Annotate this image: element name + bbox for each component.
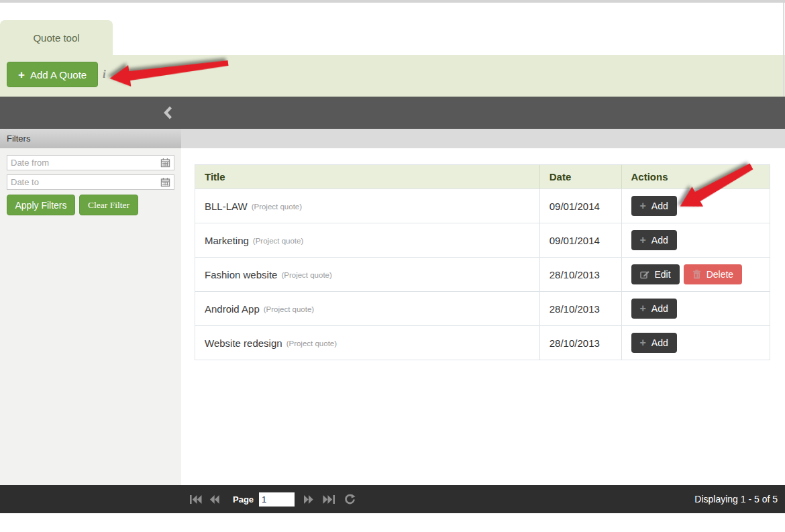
quote-date-cell: 28/10/2013 [540,292,622,325]
quote-title: Website redesign [205,337,282,349]
page-number-input[interactable] [259,492,295,507]
edit-button[interactable]: Edit [631,264,680,284]
column-header-date[interactable]: Date [540,165,622,189]
add-button-label: Add [651,235,668,246]
quote-title: Marketing [205,235,249,246]
refresh-button[interactable] [344,494,356,505]
table-row[interactable]: BLL-LAW (Project quote) 09/01/2014 + Add [195,189,770,223]
info-icon[interactable]: i [103,68,106,81]
date-to-input[interactable] [7,175,160,189]
tab-label: Quote tool [33,32,79,44]
quote-date: 28/10/2013 [550,337,600,349]
delete-button-label: Delete [706,269,733,280]
add-button-label: Add [651,303,668,314]
quote-title: Android App [205,303,260,315]
delete-button[interactable]: Delete [684,264,742,284]
tab-quote-tool[interactable]: Quote tool [0,20,113,55]
quote-date-cell: 28/10/2013 [540,258,622,291]
quote-title-cell: Marketing (Project quote) [195,223,540,257]
quote-type: (Project quote) [264,304,314,313]
app-window: Quote tool + Add A Quote i Filters [0,0,785,532]
first-page-icon [190,494,202,504]
page-label: Page [233,494,254,504]
quote-title-cell: BLL-LAW (Project quote) [195,189,540,223]
quote-date-cell: 09/01/2014 [540,189,622,223]
quote-actions-cell: Edit Delete [622,258,770,291]
add-button[interactable]: + Add [631,333,677,353]
last-page-icon [323,494,335,504]
quote-actions-cell: + Add [622,223,770,257]
panel-header-bar [0,97,785,129]
quote-date: 28/10/2013 [550,303,600,315]
next-page-icon [303,494,314,504]
calendar-icon[interactable] [160,158,170,168]
clear-filter-button[interactable]: Clear Filter [79,195,138,215]
quote-title: Fashion website [205,269,277,280]
quote-type: (Project quote) [286,338,337,348]
quote-type: (Project quote) [281,270,331,279]
next-page-button[interactable] [303,494,315,504]
add-button[interactable]: + Add [631,299,677,319]
quote-date-cell: 09/01/2014 [540,223,622,257]
add-a-quote-button[interactable]: + Add A Quote [7,62,98,87]
quote-date: 28/10/2013 [550,269,600,280]
pager-controls: Page [190,492,356,507]
last-page-button[interactable] [323,494,335,504]
quote-date: 09/01/2014 [550,235,600,246]
table-row[interactable]: Fashion website (Project quote) 28/10/20… [195,258,770,292]
toolbar: + Add A Quote i [0,55,785,97]
sidebar-collapse-button[interactable] [160,105,176,121]
quote-date-cell: 28/10/2013 [540,326,622,360]
add-a-quote-label: Add A Quote [30,69,87,81]
paging-status: Displaying 1 - 5 of 5 [694,494,778,504]
quote-type: (Project quote) [252,201,302,211]
add-button-label: Add [651,201,668,211]
quote-title-cell: Fashion website (Project quote) [195,258,540,291]
plus-icon: + [640,303,646,314]
calendar-icon[interactable] [160,177,170,187]
prev-page-button[interactable] [209,494,221,504]
filters-title: Filters [7,134,30,144]
column-header-title[interactable]: Title [195,165,540,189]
date-to-field [7,174,174,190]
top-border-strip [0,0,785,3]
column-header-actions[interactable]: Actions [622,165,770,189]
chevron-left-icon [163,105,173,120]
plus-icon: + [640,235,646,246]
first-page-button[interactable] [190,494,202,504]
content-header-strip [181,129,785,148]
table-row[interactable]: Website redesign (Project quote) 28/10/2… [195,326,770,360]
refresh-icon [344,494,356,505]
edit-button-label: Edit [655,269,671,280]
plus-icon: + [640,201,646,211]
add-button[interactable]: + Add [631,196,677,216]
add-button-label: Add [651,337,668,348]
table-row[interactable]: Android App (Project quote) 28/10/2013 +… [195,292,770,326]
plus-icon: + [18,69,25,81]
quote-actions-cell: + Add [622,326,770,360]
quotes-table: Title Date Actions BLL-LAW (Project quot… [195,164,770,360]
plus-icon: + [640,337,646,348]
quote-actions-cell: + Add [622,189,770,223]
filters-header: Filters [0,129,181,148]
pencil-icon [640,270,649,279]
date-from-input[interactable] [7,156,160,170]
content-area: Title Date Actions BLL-LAW (Project quot… [181,148,785,485]
table-row[interactable]: Marketing (Project quote) 09/01/2014 + A… [195,223,770,258]
date-from-field [7,155,174,170]
quote-type: (Project quote) [253,235,303,245]
filters-sidebar: Apply Filters Clear Filter [0,148,181,485]
quote-title-cell: Website redesign (Project quote) [195,326,540,360]
trash-icon [692,270,701,279]
apply-filters-button[interactable]: Apply Filters [7,195,75,215]
quote-actions-cell: + Add [622,292,770,325]
prev-page-icon [209,494,220,504]
table-header-row: Title Date Actions [195,165,770,189]
quote-date: 09/01/2014 [550,201,600,212]
quote-title: BLL-LAW [205,201,248,212]
paging-toolbar: Page Displa [0,485,785,513]
quote-title-cell: Android App (Project quote) [195,292,540,325]
add-button[interactable]: + Add [631,230,677,250]
